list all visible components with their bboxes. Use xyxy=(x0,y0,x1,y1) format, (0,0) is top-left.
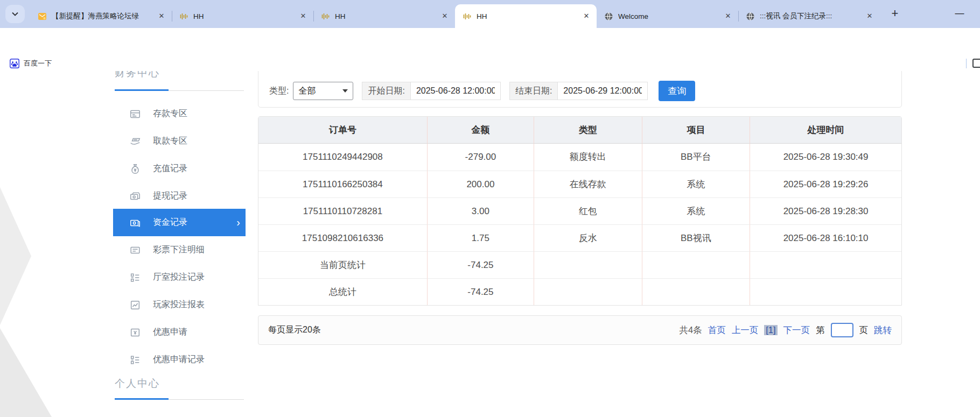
total-count: 共4条 xyxy=(679,324,702,336)
tab-forum[interactable]: 【新提醒】海燕策略论坛绿 ✕ xyxy=(30,4,172,28)
close-icon[interactable]: ✕ xyxy=(440,11,450,21)
cell-project: BB视讯 xyxy=(642,224,750,251)
first-page-link[interactable]: 首页 xyxy=(708,324,726,336)
column-header: 类型 xyxy=(534,117,642,144)
jump-prefix: 第 xyxy=(816,324,825,336)
jump-link[interactable]: 跳转 xyxy=(874,324,892,336)
funds-table: 订单号 金额 类型 项目 处理时间 1751110249442908 -279.… xyxy=(258,116,902,306)
close-icon[interactable]: ✕ xyxy=(298,11,308,21)
end-date-label: 结束日期: xyxy=(509,82,557,100)
sidebar-item-hall-bet-records[interactable]: 厅室投注记录 xyxy=(113,264,246,291)
tab-divider xyxy=(172,11,172,22)
receipt-icon xyxy=(129,244,141,256)
sidebar-item-label: 优惠申请 xyxy=(153,327,187,338)
jump-suffix: 页 xyxy=(859,324,869,336)
sidebar-item-withdrawal-records[interactable]: 提现记录 xyxy=(113,182,246,210)
sidebar: 财务中心 存款专区 取款专区 充值记录 提现记录 xyxy=(113,71,246,417)
tab-search-button[interactable] xyxy=(5,5,25,23)
gold-wave-icon xyxy=(463,12,472,21)
list-check-icon xyxy=(129,272,141,284)
new-tab-button[interactable]: + xyxy=(887,6,902,22)
list-check-icon xyxy=(129,354,141,366)
tab-title: HH xyxy=(477,12,582,20)
tab-title: HH xyxy=(193,12,298,20)
cell-project: 系统 xyxy=(642,197,750,224)
tab-title: :::视讯 会员下注纪录::: xyxy=(760,11,865,21)
chevron-down-icon xyxy=(12,12,18,16)
cell-time: 2025-06-28 19:28:30 xyxy=(750,197,901,224)
sidebar-item-label: 资金记录 xyxy=(153,217,187,228)
side-panel-icon[interactable] xyxy=(972,59,980,68)
bookmark-baidu[interactable]: 百度一下 xyxy=(6,57,55,70)
sidebar-item-label: 提现记录 xyxy=(153,190,187,202)
filter-row: 类型: 全部 开始日期: 结束日期: 查询 xyxy=(269,81,695,101)
coupon-icon xyxy=(129,327,141,338)
cell-empty xyxy=(534,278,642,305)
sidebar-item-promo-apply-records[interactable]: 优惠申请记录 xyxy=(113,346,246,373)
cell-empty xyxy=(534,251,642,278)
sidebar-item-promo-apply[interactable]: 优惠申请 xyxy=(113,319,246,346)
search-button[interactable]: 查询 xyxy=(659,81,695,101)
sidebar-item-label: 存款专区 xyxy=(153,108,187,119)
type-select[interactable]: 全部 xyxy=(293,82,353,100)
baidu-paw-icon xyxy=(10,59,19,68)
sidebar-item-lottery-bet-details[interactable]: 彩票下注明细 xyxy=(113,236,246,264)
tab-hh-1[interactable]: HH ✕ xyxy=(172,4,313,28)
end-date-input[interactable] xyxy=(557,82,648,100)
table-body: 1751110249442908 -279.00 额度转出 BB平台 2025-… xyxy=(258,144,901,305)
tab-hh-2[interactable]: HH ✕ xyxy=(313,4,455,28)
tab-divider xyxy=(313,11,314,22)
cell-amount: 200.00 xyxy=(427,171,534,197)
pagination-controls: 共4条 首页 上一页 [1] 下一页 第 页 跳转 xyxy=(679,323,892,337)
sidebar-item-label: 取款专区 xyxy=(153,136,187,147)
cell-label: 当前页统计 xyxy=(258,251,427,278)
sidebar-item-messages[interactable]: 消息公告 xyxy=(113,409,246,417)
sidebar-item-label: 优惠申请记录 xyxy=(153,354,205,365)
browser-toolbar: yl756.com/hhcp/usercenter.html?iniType=6 xyxy=(0,28,980,56)
gold-wave-icon xyxy=(321,12,330,21)
sidebar-section-personal: 个人中心 xyxy=(115,377,160,391)
tab-title: Welcome xyxy=(618,12,723,20)
start-date-input[interactable] xyxy=(410,82,501,100)
money-bag-icon xyxy=(129,163,141,175)
tab-title: HH xyxy=(335,12,440,20)
cell-order-no: 1751098210616336 xyxy=(258,224,427,251)
sidebar-item-recharge-records[interactable]: 充值记录 xyxy=(113,155,246,182)
table-row: 1751110249442908 -279.00 额度转出 BB平台 2025-… xyxy=(258,144,901,171)
globe-icon xyxy=(604,12,613,21)
prev-page-link[interactable]: 上一页 xyxy=(732,324,759,336)
withdraw-hand-icon xyxy=(129,136,141,147)
tab-title: 【新提醒】海燕策略论坛绿 xyxy=(52,11,157,21)
current-page[interactable]: [1] xyxy=(764,325,777,335)
bookmarks-divider xyxy=(966,59,967,68)
chart-report-icon xyxy=(129,299,141,311)
funds-notes-icon xyxy=(129,217,141,229)
close-icon[interactable]: ✕ xyxy=(865,11,874,21)
cell-order-no: 1751110166250384 xyxy=(258,171,427,197)
globe-icon xyxy=(746,12,755,21)
tab-hh-active[interactable]: HH ✕ xyxy=(455,4,597,28)
page-jump-input[interactable] xyxy=(831,323,853,337)
start-date-label: 开始日期: xyxy=(362,82,410,100)
sidebar-item-funds-records[interactable]: 资金记录 › xyxy=(113,209,246,236)
decorative-triangle xyxy=(0,187,31,325)
close-icon[interactable]: ✕ xyxy=(582,11,591,21)
close-icon[interactable]: ✕ xyxy=(723,11,733,21)
column-header: 项目 xyxy=(642,117,750,144)
column-header: 处理时间 xyxy=(750,117,901,144)
next-page-link[interactable]: 下一页 xyxy=(783,324,810,336)
section-underline-accent xyxy=(115,398,169,400)
cell-order-no: 1751110249442908 xyxy=(258,144,427,171)
sidebar-item-deposit-zone[interactable]: 存款专区 xyxy=(113,100,246,128)
tab-betting-records[interactable]: :::视讯 会员下注纪录::: ✕ xyxy=(738,4,880,28)
tab-welcome[interactable]: Welcome ✕ xyxy=(597,4,738,28)
cell-type: 在线存款 xyxy=(534,171,642,197)
sidebar-item-label: 充值记录 xyxy=(153,163,187,174)
sidebar-item-withdraw-zone[interactable]: 取款专区 xyxy=(113,128,246,155)
cell-empty xyxy=(750,278,901,305)
sidebar-item-player-bet-report[interactable]: 玩家投注报表 xyxy=(113,291,246,319)
close-icon[interactable]: ✕ xyxy=(157,11,166,21)
cell-empty xyxy=(642,251,750,278)
type-label: 类型: xyxy=(269,86,289,97)
window-minimize-button[interactable]: — xyxy=(949,5,970,23)
